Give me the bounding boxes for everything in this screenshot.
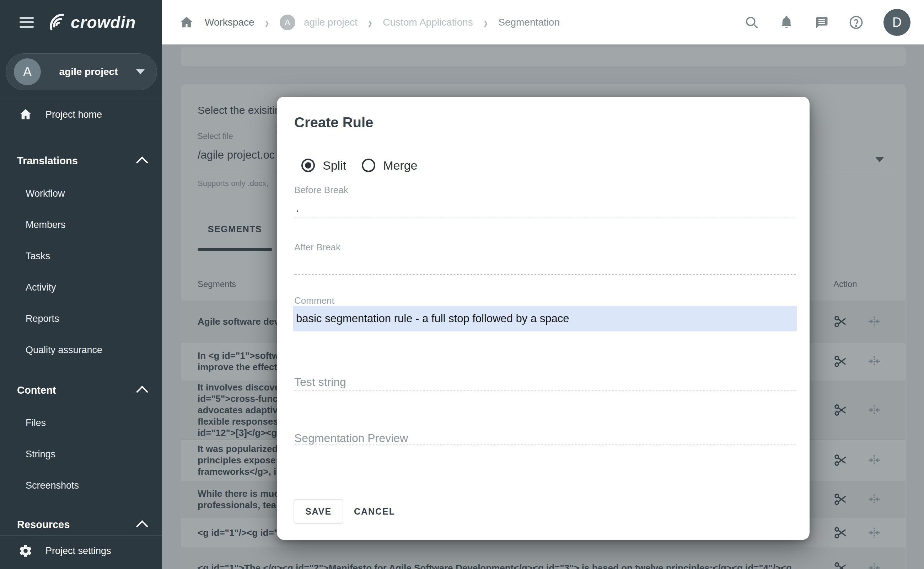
- sidebar-item-label: Screenshots: [26, 480, 79, 491]
- gear-icon: [18, 544, 33, 558]
- sidebar-item-workflow[interactable]: Workflow: [0, 178, 162, 209]
- modal-title: Create Rule: [294, 114, 373, 131]
- save-button[interactable]: SAVE: [294, 499, 343, 524]
- project-avatar: A: [14, 58, 41, 85]
- create-rule-modal: Create Rule SplitMerge Before Break . Af…: [277, 97, 810, 540]
- sidebar-section-label: Resources: [17, 519, 70, 531]
- chevron-up-icon: [136, 157, 148, 169]
- hamburger-menu-icon[interactable]: [20, 17, 34, 28]
- radio-merge[interactable]: [362, 158, 375, 172]
- sidebar-item-label: Workflow: [26, 188, 65, 199]
- project-selector-caret-icon: [136, 69, 145, 75]
- sidebar-item-label: Tasks: [26, 251, 50, 262]
- sidebar-item-activity[interactable]: Activity: [0, 272, 162, 303]
- crowdin-logo-text: crowdin: [71, 13, 136, 32]
- sidebar-section-label: Translations: [17, 155, 78, 167]
- segmentation-preview-input[interactable]: Segmentation Preview: [294, 432, 408, 445]
- crowdin-logo[interactable]: crowdin: [45, 11, 136, 33]
- comment-selected-text: basic segmentation rule - a full stop fo…: [296, 312, 569, 325]
- test-string-underline: [294, 390, 796, 391]
- radio-label-split: Split: [323, 158, 346, 172]
- project-selector[interactable]: A agile project: [6, 53, 157, 90]
- before-break-underline: [294, 218, 796, 218]
- sidebar: crowdin A agile project Project home Tra…: [0, 0, 162, 569]
- top-bar: Workspace›Aagile project›Custom Applicat…: [162, 0, 924, 44]
- segmentation-preview-underline: [294, 444, 796, 445]
- crowdin-logo-mark: [45, 11, 67, 33]
- messages-icon[interactable]: [814, 15, 829, 30]
- sidebar-item-label: Strings: [26, 449, 55, 460]
- project-name: agile project: [41, 66, 136, 78]
- radio-label-merge: Merge: [383, 158, 417, 172]
- breadcrumb-item-segmentation: Segmentation: [498, 17, 560, 28]
- radio-split[interactable]: [301, 158, 315, 172]
- sidebar-section-translations[interactable]: Translations: [0, 144, 162, 178]
- sidebar-item-label: Quality assurance: [26, 345, 102, 356]
- comment-label: Comment: [294, 295, 334, 306]
- sidebar-item-reports[interactable]: Reports: [0, 303, 162, 334]
- sidebar-item-label: Members: [26, 219, 66, 230]
- sidebar-item-label: Project home: [46, 109, 102, 120]
- sidebar-item-label: Reports: [26, 313, 59, 324]
- breadcrumb-chevron-icon: ›: [484, 15, 488, 30]
- sidebar-item-files[interactable]: Files: [0, 407, 162, 438]
- before-break-label: Before Break: [294, 184, 348, 196]
- breadcrumb-item-workspace[interactable]: Workspace: [205, 17, 255, 28]
- chevron-up-icon: [136, 386, 148, 398]
- breadcrumb-chevron-icon: ›: [368, 15, 372, 30]
- sidebar-item-screenshots[interactable]: Screenshots: [0, 470, 162, 501]
- breadcrumb-project-avatar: A: [280, 15, 295, 30]
- sidebar-item-label: Activity: [26, 282, 56, 293]
- before-break-input[interactable]: .: [296, 202, 299, 214]
- sidebar-item-tasks[interactable]: Tasks: [0, 240, 162, 272]
- sidebar-item-members[interactable]: Members: [0, 209, 162, 240]
- breadcrumb-item-custom-applications[interactable]: Custom Applications: [383, 17, 473, 28]
- after-break-label: After Break: [294, 242, 340, 253]
- sidebar-item-quality-assurance[interactable]: Quality assurance: [0, 334, 162, 365]
- notifications-icon[interactable]: [779, 15, 794, 30]
- app-root: Select the exisiting Select file /agile …: [0, 0, 924, 569]
- breadcrumb-chevron-icon: ›: [265, 15, 269, 30]
- sidebar-item-strings[interactable]: Strings: [0, 438, 162, 470]
- home-icon[interactable]: [179, 15, 194, 30]
- sidebar-item-label: Project settings: [46, 546, 111, 557]
- sidebar-divider: [0, 501, 162, 501]
- test-string-input[interactable]: Test string: [294, 376, 346, 389]
- help-icon[interactable]: [849, 15, 863, 30]
- sidebar-item-label: Files: [26, 417, 46, 429]
- sidebar-section-content[interactable]: Content: [0, 373, 162, 407]
- breadcrumb: Workspace›Aagile project›Custom Applicat…: [179, 15, 560, 30]
- home-icon: [18, 107, 33, 122]
- user-avatar[interactable]: D: [883, 9, 910, 36]
- sidebar-item-project-settings[interactable]: Project settings: [0, 535, 162, 566]
- cancel-button[interactable]: CANCEL: [352, 499, 398, 524]
- chevron-up-icon: [136, 520, 148, 532]
- search-icon[interactable]: [744, 15, 759, 30]
- sidebar-section-label: Content: [17, 385, 56, 396]
- after-break-underline: [294, 274, 796, 275]
- breadcrumb-item-agile-project[interactable]: agile project: [304, 17, 358, 28]
- sidebar-item-project-home[interactable]: Project home: [0, 99, 162, 130]
- comment-input[interactable]: basic segmentation rule - a full stop fo…: [293, 306, 797, 332]
